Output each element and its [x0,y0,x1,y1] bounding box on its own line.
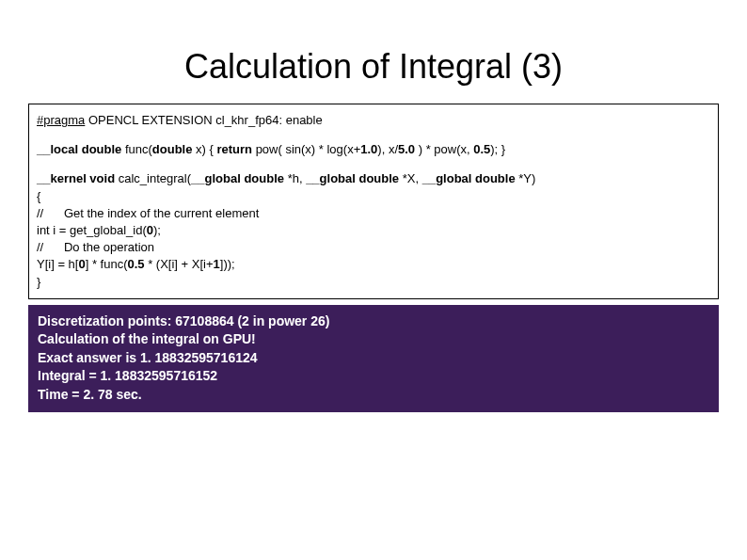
code-text: *h, [288,171,307,185]
code-literal: 0 [78,257,85,271]
code-line: // Get the index of the current element [37,205,710,222]
code-literal: 0.5 [473,142,490,156]
blank-line [37,158,710,170]
output-line: Time = 2. 78 sec. [38,386,709,405]
code-keyword: return [216,142,255,156]
pragma-directive: #pragma [37,113,85,127]
code-text: func( [125,142,152,156]
code-text: ); } [490,142,505,156]
code-keyword: __local double [37,142,125,156]
code-line: int i = get_global_id(0); [37,222,710,239]
code-text: x) { [196,142,216,156]
code-literal: 1.0 [360,142,377,156]
code-text: ) * pow(x, [419,142,474,156]
output-line: Calculation of the integral on GPU! [38,330,709,349]
output-block: Discretization points: 67108864 (2 in po… [28,305,719,412]
output-line: Discretization points: 67108864 (2 in po… [38,312,709,331]
code-text: ])); [220,257,235,271]
code-keyword: __global double [306,171,403,185]
code-text: pow( sin(x) * log(x+ [256,142,361,156]
code-literal: 5.0 [398,142,419,156]
code-line: __kernel void calc_integral(__global dou… [37,170,710,187]
code-line: __local double func(double x) { return p… [37,141,710,158]
blank-line [37,129,710,141]
code-text: ), x/ [377,142,398,156]
output-line: Exact answer is 1. 18832595716124 [38,349,709,368]
code-text: *X, [403,171,422,185]
code-keyword: __kernel void [37,171,119,185]
code-keyword: __global double [422,171,519,185]
code-line: #pragma OPENCL EXTENSION cl_khr_fp64: en… [37,112,710,129]
code-text: ); [153,223,161,237]
code-line: } [37,274,710,291]
code-literal: 0 [147,223,153,237]
code-line: { [37,188,710,205]
code-text: Y[i] = h[ [37,257,78,271]
code-text: ] * func( [86,257,128,271]
code-keyword: double [152,142,196,156]
code-line: // Do the operation [37,239,710,256]
code-line: Y[i] = h[0] * func(0.5 * (X[i] + X[i+1])… [37,256,710,273]
code-keyword: __global double [191,171,288,185]
code-block: #pragma OPENCL EXTENSION cl_khr_fp64: en… [28,104,719,299]
code-text: calc_integral( [119,171,191,185]
code-text: OPENCL EXTENSION cl_khr_fp64: enable [85,113,322,127]
output-line: Integral = 1. 18832595716152 [38,367,709,386]
code-literal: 1 [214,257,220,271]
code-text: *Y) [518,171,535,185]
code-literal: 0.5 [127,257,148,271]
code-text: int i = get_global_id( [37,223,147,237]
code-text: * (X[i] + X[i+ [148,257,213,271]
slide-title: Calculation of Integral (3) [28,47,719,87]
